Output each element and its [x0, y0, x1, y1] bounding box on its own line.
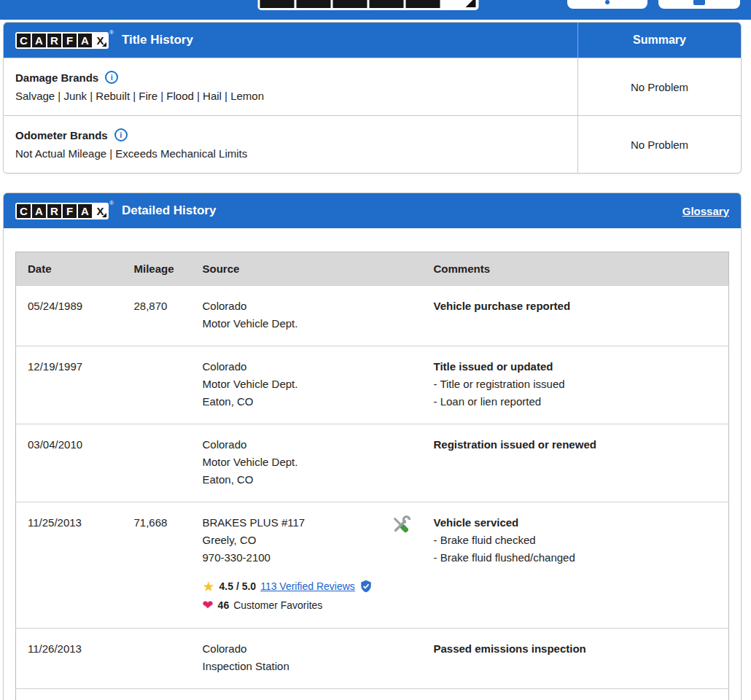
odometer-brands-detail: Not Actual Mileage | Exceeds Mechanical … — [15, 147, 566, 160]
registered-mark: ® — [109, 200, 114, 206]
info-icon[interactable] — [105, 71, 118, 84]
record-comments: Vehicle serviced- Brake fluid checked- B… — [422, 502, 729, 629]
damage-brands-detail: Salvage | Junk | Rebuilt | Fire | Flood … — [15, 90, 566, 102]
record-mileage — [122, 346, 191, 424]
registered-mark: ® — [109, 29, 114, 36]
history-row: 12/19/1997ColoradoMotor Vehicle Dept.Eat… — [16, 346, 729, 424]
favorites-line: ❤46Customer Favorites — [203, 596, 378, 615]
source-line: Motor Vehicle Dept. — [203, 454, 378, 471]
title-history-card: CARFAX® Title History Summary Damage Bra… — [3, 22, 742, 174]
verified-reviews-link[interactable]: 113 Verified Reviews — [260, 578, 355, 595]
odometer-brands-label: Odometer Brands — [15, 129, 108, 141]
source-line: Motor Vehicle Dept. — [203, 376, 378, 393]
source-column-header: Source — [191, 252, 378, 286]
favorites-count: 46 — [218, 596, 230, 614]
record-icon-cell — [378, 424, 422, 502]
logo-letter-tile: F — [370, 0, 404, 8]
record-icon-cell — [378, 346, 422, 424]
logo-letter-tile: R — [333, 0, 367, 8]
record-source: ColoradoMotor Vehicle Dept. — [191, 286, 378, 346]
comment-item: - Title or registration issued — [434, 376, 729, 393]
logo-letter-tile: R — [47, 204, 61, 218]
rating-score: 4.5 / 5.0 — [219, 578, 257, 595]
logo-letter-tile: F — [63, 34, 77, 47]
logo-letter-tile: A — [297, 0, 331, 8]
logo-letter-tile: F — [63, 204, 77, 218]
record-icon-cell — [378, 286, 422, 346]
print-button[interactable] — [658, 0, 740, 9]
odometer-brands-row: Odometer Brands Not Actual Mileage | Exc… — [4, 115, 741, 173]
logo-letter-tile: C — [260, 0, 295, 8]
carfax-report-page: CARFAX CARFAX® Title History Summary Dam… — [0, 0, 751, 700]
record-mileage — [122, 689, 191, 700]
shield-check-icon — [359, 580, 373, 593]
history-row: 05/24/198928,870ColoradoMotor Vehicle De… — [16, 286, 729, 346]
record-date: 03/04/2010 — [16, 424, 122, 502]
logo-letter-tile: A — [32, 34, 46, 47]
shop-rating: ★4.5 / 5.0113 Verified Reviews ❤46Custom… — [203, 577, 378, 615]
section-title: Title History — [122, 33, 193, 47]
logo-letter-tile: A — [78, 204, 92, 218]
source-line: Eaton, CO — [203, 393, 378, 411]
record-comments: Title issued or updated- Title or regist… — [422, 346, 729, 424]
detailed-history-header: CARFAX® Detailed History Glossary — [4, 193, 741, 228]
title-history-header: CARFAX® Title History Summary — [4, 23, 741, 58]
favorites-label: Customer Favorites — [233, 596, 322, 614]
source-line: Colorado — [203, 298, 378, 315]
history-row: 11/25/201371,668BRAKES PLUS #117Greely, … — [16, 502, 729, 629]
record-date: 11/27/2013 — [16, 689, 122, 700]
source-line: Inspection Station — [203, 658, 378, 675]
history-row: 03/04/2010ColoradoMotor Vehicle Dept.Eat… — [16, 424, 729, 502]
icon-column-header — [378, 252, 422, 286]
star-icon: ★ — [203, 580, 215, 594]
record-source: ColoradoInspection Station — [191, 629, 378, 689]
record-date: 05/24/1989 — [16, 286, 122, 346]
glossary-link[interactable]: Glossary — [682, 205, 729, 217]
mileage-column-header: Mileage — [122, 252, 191, 286]
history-table-header-row: Date Mileage Source Comments — [16, 252, 729, 286]
heart-icon: ❤ — [203, 599, 214, 612]
damage-brands-row: Damage Brands Salvage | Junk | Rebuilt |… — [4, 58, 741, 115]
source-line: Eaton, CO — [203, 471, 378, 489]
record-comments: Passed emissions inspection — [422, 629, 729, 689]
history-table-body: 05/24/198928,870ColoradoMotor Vehicle De… — [16, 286, 729, 700]
record-mileage: 71,668 — [122, 502, 191, 629]
logo-letter-tile: X — [93, 204, 107, 218]
logo-letter-tile: C — [17, 204, 31, 218]
comment-title: Passed emissions inspection — [434, 640, 729, 658]
record-date: 11/26/2013 — [16, 629, 122, 689]
source-line: Colorado — [203, 640, 378, 658]
summary-column-header: Summary — [633, 34, 686, 47]
record-source: Colorado — [191, 689, 378, 700]
record-source: BRAKES PLUS #117Greely, CO970-330-2100★4… — [191, 502, 378, 629]
comment-item: - Brake fluid checked — [434, 532, 729, 549]
source-line: 970-330-2100 — [203, 549, 378, 567]
logo-letter-tile: A — [406, 0, 440, 8]
damage-brands-label: Damage Brands — [15, 71, 98, 84]
comment-item: - Brake fluid flushed/changed — [434, 549, 729, 567]
info-icon[interactable] — [114, 128, 128, 141]
source-line: Colorado — [203, 436, 378, 454]
comment-title: Vehicle serviced — [434, 514, 729, 532]
top-bar: CARFAX — [0, 0, 751, 20]
source-line: Motor Vehicle Dept. — [203, 315, 378, 332]
record-date: 12/19/1997 — [16, 346, 122, 424]
source-line: BRAKES PLUS #117 — [203, 514, 378, 532]
section-title: Detailed History — [122, 203, 216, 218]
logo-letter-tile: R — [47, 34, 61, 47]
comment-title: Registration issued or renewed — [434, 436, 729, 454]
record-comments: Vehicle purchase reported — [422, 286, 729, 346]
service-tools-icon — [390, 514, 412, 536]
record-icon-cell — [378, 689, 422, 700]
download-button[interactable] — [567, 0, 647, 9]
download-icon — [605, 0, 610, 4]
date-column-header: Date — [16, 252, 122, 286]
source-line: Greely, CO — [203, 532, 378, 549]
record-source: ColoradoMotor Vehicle Dept.Eaton, CO — [191, 424, 378, 502]
comment-title: Title issued or updated — [434, 358, 729, 376]
logo-letter-tile: C — [17, 34, 31, 47]
record-comments: Registration issued or renewed — [422, 424, 729, 502]
logo-letter-tile: X — [443, 0, 477, 8]
record-icon-cell — [378, 629, 422, 689]
history-table: Date Mileage Source Comments 05/24/19892… — [15, 252, 729, 700]
